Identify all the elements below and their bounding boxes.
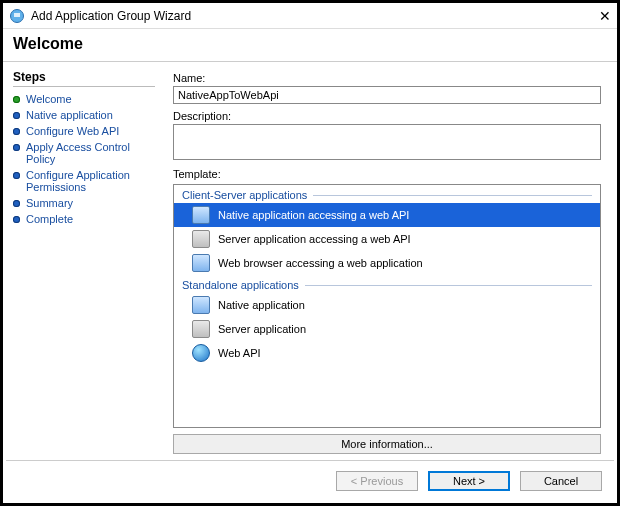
description-input[interactable] — [173, 124, 601, 160]
title-bar: Add Application Group Wizard ✕ — [3, 3, 617, 29]
name-input[interactable] — [173, 86, 601, 104]
previous-button: < Previous — [336, 471, 418, 491]
description-label: Description: — [173, 110, 601, 122]
template-item-webapi[interactable]: Web API — [174, 341, 600, 365]
wizard-footer: < Previous Next > Cancel — [6, 460, 614, 500]
close-button[interactable]: ✕ — [599, 8, 611, 24]
globe-icon — [192, 344, 210, 362]
page-title: Welcome — [3, 29, 617, 62]
steps-sidebar: Steps Welcome Native application Configu… — [3, 62, 163, 462]
template-item-native[interactable]: Native application — [174, 293, 600, 317]
svg-rect-1 — [14, 13, 20, 17]
template-label: Template: — [173, 168, 601, 180]
app-icon — [9, 8, 25, 24]
template-item-browser-webapp[interactable]: Web browser accessing a web application — [174, 251, 600, 275]
template-list: Client-Server applications Native applic… — [173, 184, 601, 428]
name-label: Name: — [173, 72, 601, 84]
step-bullet-icon — [13, 144, 20, 151]
step-configure-permissions[interactable]: Configure Application Permissions — [13, 167, 155, 195]
steps-header: Steps — [13, 70, 155, 87]
step-bullet-icon — [13, 128, 20, 135]
monitor-icon — [192, 296, 210, 314]
server-icon — [192, 230, 210, 248]
template-item-server[interactable]: Server application — [174, 317, 600, 341]
step-bullet-icon — [13, 200, 20, 207]
step-bullet-icon — [13, 172, 20, 179]
step-configure-web-api[interactable]: Configure Web API — [13, 123, 155, 139]
template-item-server-webapi[interactable]: Server application accessing a web API — [174, 227, 600, 251]
next-button[interactable]: Next > — [428, 471, 510, 491]
monitor-icon — [192, 206, 210, 224]
template-item-native-webapi[interactable]: Native application accessing a web API — [174, 203, 600, 227]
more-information-button[interactable]: More information... — [173, 434, 601, 454]
step-bullet-icon — [13, 96, 20, 103]
step-access-control[interactable]: Apply Access Control Policy — [13, 139, 155, 167]
group-client-server: Client-Server applications — [174, 185, 600, 203]
cancel-button[interactable]: Cancel — [520, 471, 602, 491]
group-standalone: Standalone applications — [174, 275, 600, 293]
step-complete[interactable]: Complete — [13, 211, 155, 227]
window-title: Add Application Group Wizard — [31, 9, 191, 23]
step-native-application[interactable]: Native application — [13, 107, 155, 123]
step-welcome[interactable]: Welcome — [13, 91, 155, 107]
server-icon — [192, 320, 210, 338]
step-summary[interactable]: Summary — [13, 195, 155, 211]
step-bullet-icon — [13, 216, 20, 223]
monitor-icon — [192, 254, 210, 272]
step-bullet-icon — [13, 112, 20, 119]
